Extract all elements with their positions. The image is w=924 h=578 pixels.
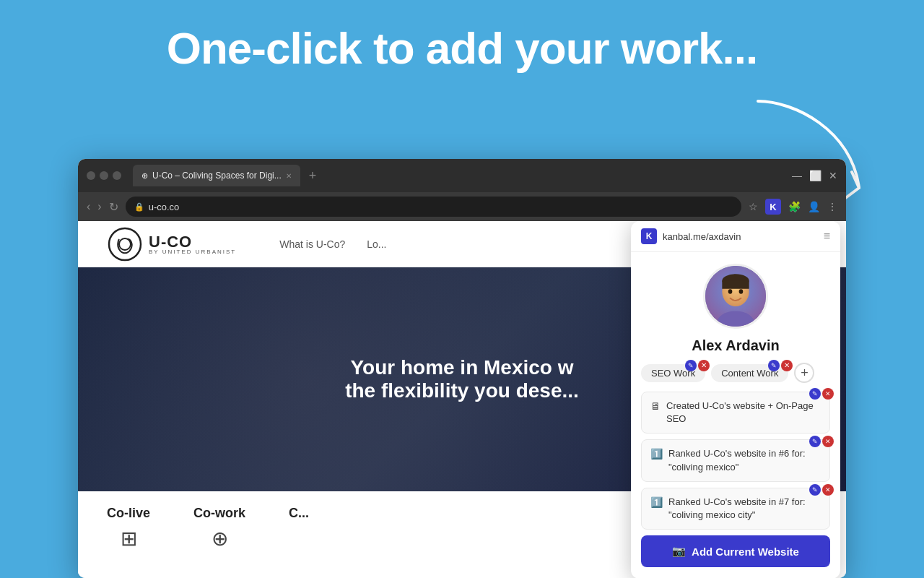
work-item-3-text: Ranked U-Co's website in #7 for: "colivi… [668,496,821,522]
restore-icon[interactable]: ⬜ [809,170,821,181]
uco-colive-label: Co-live [107,506,150,521]
popup-header: K kanbal.me/axdavin ≡ [631,221,840,252]
popup-menu-icon[interactable]: ≡ [824,230,830,243]
window-controls [87,171,121,180]
profile-icon[interactable]: 👤 [808,201,820,212]
extension-popup: K kanbal.me/axdavin ≡ [631,221,840,578]
popup-body: Alex Ardavin SEO Work ✎ ✕ Content Work ✎ [631,252,840,578]
tab-favicon: ⊕ [141,171,148,181]
uco-logo-sub: BY UNITED URBANIST [149,249,236,255]
uco-nav-item-2[interactable]: Lo... [367,238,386,250]
browser-window: ⊕ U-Co – Coliving Spaces for Digi... ✕ +… [78,159,846,578]
uco-nav: What is U-Co? Lo... [279,238,386,250]
tag-delete-icon[interactable]: ✕ [698,360,710,371]
chrome-icon-group: — ⬜ ✕ [792,170,837,181]
close-window-icon[interactable]: ✕ [829,170,837,181]
tag-content-work[interactable]: Content Work ✎ ✕ [711,364,788,382]
work-item-3-delete[interactable]: ✕ [822,484,834,496]
tag-edit-icon[interactable]: ✎ [685,360,697,371]
kanbal-extension-icon[interactable]: K [765,199,781,215]
avatar-svg [705,266,766,327]
svg-point-8 [739,289,744,294]
work-item-1-text: Created U-Co's website + On-Page SEO [666,400,821,426]
work-item-1-icon: 🖥 [650,400,661,412]
svg-point-7 [728,289,733,294]
svg-point-1 [119,238,131,250]
address-bar-row: ‹ › ↻ 🔒 u-co.co ☆ K 🧩 👤 ⋮ [78,192,846,221]
bookmark-icon[interactable]: ☆ [749,201,758,212]
back-btn[interactable]: ‹ [87,200,90,213]
uco-logo: U-CO BY UNITED URBANIST [107,226,236,262]
forward-btn[interactable]: › [97,200,101,213]
tab-bar: ⊕ U-Co – Coliving Spaces for Digi... ✕ + [133,165,322,186]
work-item-2: 1️⃣ Ranked U-Co's website in #6 for: "co… [641,439,830,481]
work-item-2-text: Ranked U-Co's website in #6 for: "colivi… [668,447,821,473]
uco-hero-line2: the flexibility you dese... [345,379,579,402]
refresh-btn[interactable]: ↻ [109,200,118,214]
avatar-wrapper [641,264,830,329]
work-item-3: 1️⃣ Ranked U-Co's website in #7 for: "co… [641,488,830,530]
extensions-icon[interactable]: 🧩 [788,201,801,212]
new-tab-btn[interactable]: + [303,168,323,184]
user-avatar [703,264,768,329]
minimize-icon[interactable]: — [792,170,802,181]
tag-content-delete-icon[interactable]: ✕ [781,360,793,371]
more-options-icon[interactable]: ⋮ [827,201,837,212]
tag-seo-work[interactable]: SEO Work ✎ ✕ [641,364,705,382]
tags-row: SEO Work ✎ ✕ Content Work ✎ ✕ + [641,363,830,383]
work-item-3-edit[interactable]: ✎ [809,484,821,496]
uco-colive-icon: ⊞ [121,527,137,551]
uco-nav-item-1[interactable]: What is U-Co? [279,238,345,250]
hero-headline: One-click to add your work... [0,22,924,75]
uco-colive-section: Co-live ⊞ [107,506,150,551]
url-text: u-co.co [149,202,180,212]
popup-url: kanbal.me/axdavin [663,231,818,242]
svg-rect-6 [722,281,749,289]
tab-title: U-Co – Coliving Spaces for Digi... [152,171,282,181]
camera-icon: 📷 [672,545,686,558]
work-item-2-delete[interactable]: ✕ [822,436,834,447]
work-item-2-edit[interactable]: ✎ [809,436,821,447]
website-content: U-CO BY UNITED URBANIST What is U-Co? Lo… [78,221,846,578]
popup-kanbal-logo: K [641,228,657,244]
browser-action-icons: ☆ K 🧩 👤 ⋮ [749,199,837,215]
uco-other-section: C... [289,506,309,521]
uco-other-label: C... [289,506,309,521]
tab-close-btn[interactable]: ✕ [286,172,292,180]
add-tag-btn[interactable]: + [794,363,814,383]
address-bar[interactable]: 🔒 u-co.co [126,197,741,217]
work-item-3-icon: 1️⃣ [650,496,663,508]
work-item-2-icon: 1️⃣ [650,448,663,460]
uco-cowork-section: Co-work ⊕ [193,506,245,551]
work-item-1-delete[interactable]: ✕ [822,388,834,400]
tag-content-edit-icon[interactable]: ✎ [768,360,780,371]
close-dot [87,171,95,180]
user-name: Alex Ardavin [641,337,830,354]
uco-hero-text: Your home in Mexico w the flexibility yo… [345,356,579,402]
work-item-1: 🖥 Created U-Co's website + On-Page SEO ✎… [641,392,830,434]
uco-cowork-label: Co-work [193,506,245,521]
minimize-dot [100,171,108,180]
maximize-dot [113,171,121,180]
active-tab[interactable]: ⊕ U-Co – Coliving Spaces for Digi... ✕ [133,165,300,186]
work-item-1-edit[interactable]: ✎ [809,388,821,400]
uco-cowork-icon: ⊕ [212,527,228,551]
browser-chrome: ⊕ U-Co – Coliving Spaces for Digi... ✕ +… [78,159,846,192]
lock-icon: 🔒 [134,202,144,212]
add-current-website-btn[interactable]: 📷 Add Current Website [641,535,830,567]
uco-hero-line1: Your home in Mexico w [345,356,579,379]
uco-logo-svg [107,226,143,262]
svg-point-0 [109,228,141,260]
